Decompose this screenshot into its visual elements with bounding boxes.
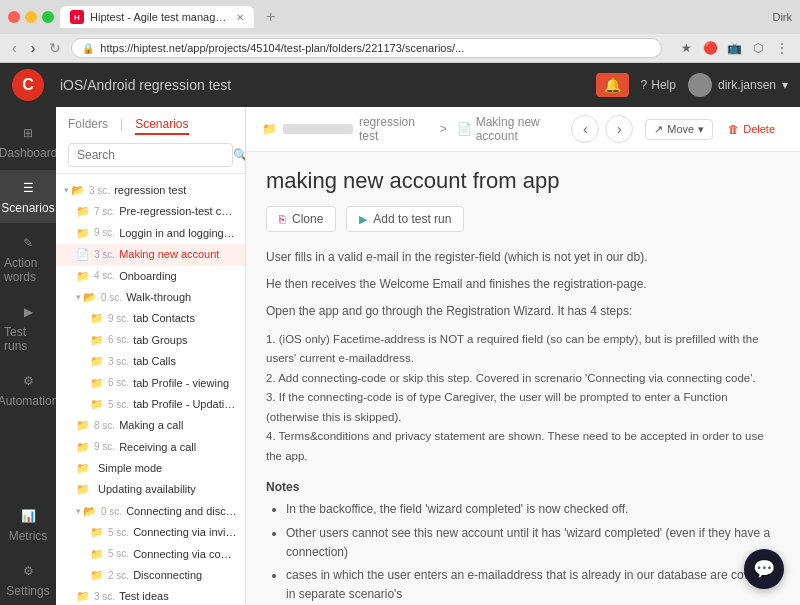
tree-item-disconnecting[interactable]: 📁 2 sc. Disconnecting <box>56 565 245 586</box>
forward-btn[interactable]: › <box>27 38 40 58</box>
tree-item-label: Updating availability <box>98 482 196 497</box>
sidebar-item-test-runs[interactable]: ▶ Test runs <box>0 294 56 361</box>
clone-btn[interactable]: ⎘ Clone <box>266 206 336 232</box>
add-test-label: Add to test run <box>373 212 451 226</box>
sidebar-item-metrics[interactable]: 📊 Metrics <box>0 498 56 551</box>
tree-item-tab-profile-update[interactable]: 📁 5 sc. tab Profile - Updating ... <box>56 394 245 415</box>
notes-item-3: cases in which the user enters an e-mail… <box>286 566 780 604</box>
add-to-test-run-btn[interactable]: ▶ Add to test run <box>346 206 464 232</box>
move-btn[interactable]: ↗ Move ▾ <box>645 119 713 140</box>
tree-item-onboarding[interactable]: 📁 4 sc. Onboarding <box>56 266 245 287</box>
browser-tab[interactable]: H Hiptest - Agile test manageme... ✕ <box>60 6 254 28</box>
folder-closed-icon: 📁 <box>76 440 90 455</box>
sidebar-item-automation[interactable]: ⚙ Automation <box>0 363 56 416</box>
extension-icon-3[interactable]: ⬡ <box>748 38 768 58</box>
tree-item-tab-profile-view[interactable]: 📁 6 sc. tab Profile - viewing <box>56 373 245 394</box>
user-avatar <box>688 73 712 97</box>
folder-closed-icon: 📁 <box>76 589 90 604</box>
tree-item-receiving-call[interactable]: 📁 9 sc. Receiving a call <box>56 437 245 458</box>
minimize-window-btn[interactable] <box>25 11 37 23</box>
refresh-btn[interactable]: ↻ <box>45 38 65 58</box>
scenarios-icon: ☰ <box>18 178 38 198</box>
tree-item-connecting[interactable]: ▾ 📂 0 sc. Connecting and disconn... <box>56 501 245 522</box>
move-label: Move <box>667 123 694 135</box>
tree-item-making-new-account[interactable]: 📄 3 sc. Making new account <box>56 244 245 265</box>
search-input[interactable] <box>77 148 227 162</box>
scenario-actions: ⎘ Clone ▶ Add to test run <box>266 206 780 232</box>
tab-favicon: H <box>70 10 84 24</box>
browser-chrome: H Hiptest - Agile test manageme... ✕ + D… <box>0 0 800 63</box>
tree-item-pre-regression[interactable]: 📁 7 sc. Pre-regression-test che... <box>56 201 245 222</box>
tree-item-tab-groups[interactable]: 📁 6 sc. tab Groups <box>56 330 245 351</box>
tree-item-label: Simple mode <box>98 461 162 476</box>
tree-item-label: tab Profile - Updating ... <box>133 397 237 412</box>
clone-icon: ⎘ <box>279 213 286 225</box>
maximize-window-btn[interactable] <box>42 11 54 23</box>
tree-item-connecting-invite[interactable]: 📁 5 sc. Connecting via invitat... <box>56 522 245 543</box>
notes-item-2: Other users cannot see this new account … <box>286 524 780 562</box>
folder-closed-icon: 📁 <box>76 226 90 241</box>
chat-bubble-btn[interactable]: 💬 <box>744 549 784 589</box>
help-btn[interactable]: ? Help <box>641 78 676 92</box>
tree-item-regression-test[interactable]: ▾ 📂 3 sc. regression test <box>56 180 245 201</box>
close-window-btn[interactable] <box>8 11 20 23</box>
user-menu-btn[interactable]: dirk.jansen ▾ <box>688 73 788 97</box>
chevron-down-icon: ▾ <box>76 505 81 518</box>
prev-scenario-btn[interactable]: ‹ <box>571 115 599 143</box>
tree-item-label: Receiving a call <box>119 440 196 455</box>
next-scenario-btn[interactable]: › <box>605 115 633 143</box>
sidebar-item-settings[interactable]: ⚙ Settings <box>0 553 56 605</box>
menu-icon[interactable]: ⋮ <box>772 38 792 58</box>
delete-btn[interactable]: 🗑 Delete <box>719 119 784 140</box>
scenario-icon: 📄 <box>76 247 90 262</box>
tree-item-label: Connecting via invitat... <box>133 525 237 540</box>
tab-scenarios[interactable]: Scenarios <box>135 117 188 135</box>
desc-p2: He then receives the Welcome Email and f… <box>266 275 780 294</box>
sidebar-item-scenarios[interactable]: ☰ Scenarios <box>0 170 56 223</box>
folder-closed-icon: 📁 <box>90 547 104 562</box>
bookmark-icon[interactable]: ★ <box>676 38 696 58</box>
tree-item-login[interactable]: 📁 9 sc. Loggin in and logging o... <box>56 223 245 244</box>
user-dropdown-arrow: ▾ <box>782 78 788 92</box>
breadcrumb-root-link[interactable] <box>283 124 353 134</box>
search-box[interactable]: 🔍 <box>68 143 233 167</box>
tab-folders[interactable]: Folders <box>68 117 108 135</box>
notes-list: In the backoffice, the field 'wizard com… <box>266 500 780 604</box>
tree-item-updating-avail[interactable]: 📁 Updating availability <box>56 479 245 500</box>
sidebar-item-automation-label: Automation <box>0 394 58 408</box>
browser-titlebar: H Hiptest - Agile test manageme... ✕ + D… <box>0 0 800 34</box>
sidebar-item-dashboard[interactable]: ⊞ Dashboard <box>0 115 56 168</box>
tree-item-label: Making a call <box>119 418 183 433</box>
tree-item-making-call[interactable]: 📁 8 sc. Making a call <box>56 415 245 436</box>
sidebar-item-action-words[interactable]: ✎ Action words <box>0 225 56 292</box>
sidebar-item-scenarios-label: Scenarios <box>1 201 54 215</box>
tree-item-label: Onboarding <box>119 269 177 284</box>
tree-item-connecting-tet[interactable]: 📁 5 sc. Connecting via conne... <box>56 544 245 565</box>
sidebar-item-action-words-label: Action words <box>4 256 52 284</box>
main-content: ⊞ Dashboard ☰ Scenarios ✎ Action words ▶… <box>0 107 800 605</box>
action-words-icon: ✎ <box>18 233 38 253</box>
new-tab-btn[interactable]: + <box>260 8 281 26</box>
scenario-description: User fills in a valid e-mail in the regi… <box>266 248 780 466</box>
tree-item-label: Making new account <box>119 247 219 262</box>
browser-icons: ★ 🔴 📺 ⬡ ⋮ <box>676 38 792 58</box>
tree-item-simple-mode[interactable]: 📁 Simple mode <box>56 458 245 479</box>
tree-item-test-ideas[interactable]: 📁 3 sc. Test ideas <box>56 586 245 605</box>
breadcrumb-current-link[interactable]: Making new account <box>476 115 572 143</box>
folder-panel: Folders | Scenarios 🔍 ▾ 📂 3 sc. regressi… <box>56 107 246 605</box>
address-bar[interactable]: 🔒 https://hiptest.net/app/projects/45104… <box>71 38 662 58</box>
folder-closed-icon: 📁 <box>76 269 90 284</box>
extension-icon-1[interactable]: 🔴 <box>700 38 720 58</box>
tree-item-label: Test ideas <box>119 589 169 604</box>
tree-item-tab-contacts[interactable]: 📁 9 sc. tab Contacts <box>56 308 245 329</box>
notification-btn[interactable]: 🔔 <box>596 73 629 97</box>
tree-item-label: Walk-through <box>126 290 191 305</box>
tree-item-tab-calls[interactable]: 📁 3 sc. tab Calls <box>56 351 245 372</box>
test-runs-icon: ▶ <box>18 302 38 322</box>
tree-item-walkthrough[interactable]: ▾ 📂 0 sc. Walk-through <box>56 287 245 308</box>
sidebar-item-dashboard-label: Dashboard <box>0 146 57 160</box>
back-btn[interactable]: ‹ <box>8 38 21 58</box>
tab-close-btn[interactable]: ✕ <box>236 12 244 23</box>
trash-icon: 🗑 <box>728 123 739 135</box>
extension-icon-2[interactable]: 📺 <box>724 38 744 58</box>
